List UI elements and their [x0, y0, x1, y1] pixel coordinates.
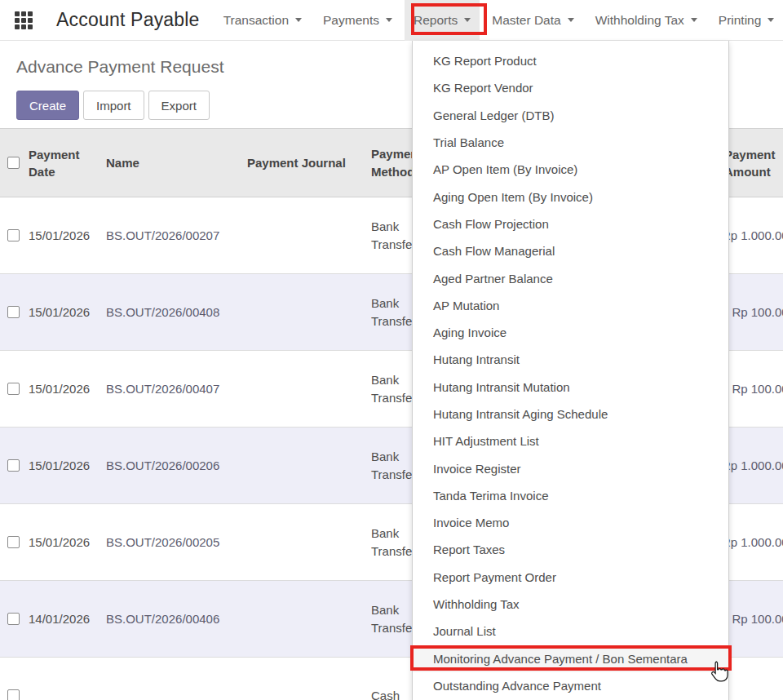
column-header-payment-date[interactable]: Payment Date — [27, 146, 106, 180]
nav-menu-item-label: Withholding Tax — [595, 13, 684, 28]
dropdown-item-label: Aging Invoice — [433, 326, 507, 339]
dropdown-item[interactable]: Monitoring Advance Payment / Bon Sementa… — [413, 645, 728, 672]
chevron-down-icon — [568, 18, 574, 22]
select-all-checkbox[interactable] — [7, 157, 20, 169]
dropdown-item[interactable]: Cash Flow Managerial — [413, 237, 728, 264]
payment-date-cell: 15/01/2026 — [27, 457, 106, 474]
dropdown-item[interactable]: Hutang Intransit Mutation — [413, 374, 728, 401]
dropdown-item-label: Aging Open Item (By Invoice) — [433, 190, 593, 204]
name-cell: BS.OUT/2026/00408 — [106, 303, 247, 321]
nav-menu-item-label: Reports — [414, 13, 458, 28]
dropdown-item[interactable]: Trial Balance — [413, 129, 728, 156]
payment-date-cell: 15/01/2026 — [27, 534, 106, 551]
name-cell: BS.OUT/2026/00205 — [106, 534, 247, 551]
dropdown-item[interactable]: KG Report Vendor — [413, 74, 728, 101]
dropdown-item[interactable]: Outstanding Advance Payment — [413, 672, 728, 699]
dropdown-item[interactable]: Withholding Tax — [413, 591, 728, 618]
row-checkbox[interactable] — [7, 459, 20, 472]
dropdown-item[interactable]: Cash Flow Projection — [413, 210, 728, 237]
dropdown-item-label: Outstanding Advance Payment — [433, 679, 601, 693]
name-cell: BS.OUT/2026/00407 — [106, 380, 247, 397]
dropdown-item[interactable]: Aged Partner Balance — [413, 264, 728, 291]
name-cell: BS.OUT/2026/00406 — [106, 610, 247, 627]
row-checkbox[interactable] — [7, 383, 20, 395]
dropdown-item[interactable]: Hutang Intransit Aging Schedule — [413, 401, 728, 428]
column-header-payment-journal[interactable]: Payment Journal — [247, 154, 371, 171]
dropdown-item-label: AP Open Item (By Invoice) — [433, 162, 577, 176]
dropdown-item-label: Withholding Tax — [433, 597, 520, 611]
dropdown-item-label: Tanda Terima Invoice — [433, 489, 548, 503]
dropdown-item[interactable]: AP Mutation — [413, 292, 728, 319]
payment-date-cell: 15/01/2026 — [27, 227, 106, 244]
dropdown-item-label: Invoice Memo — [433, 516, 509, 529]
column-header-name[interactable]: Name — [106, 154, 247, 171]
dropdown-item-label: AP Mutation — [433, 299, 499, 312]
dropdown-item[interactable]: Hutang Intransit — [413, 346, 728, 373]
chevron-down-icon — [768, 18, 774, 22]
dropdown-item-label: Journal List — [433, 624, 496, 638]
row-checkbox[interactable] — [7, 689, 20, 700]
dropdown-item[interactable]: AP Open Item (By Invoice) — [413, 156, 728, 183]
nav-menu-item[interactable]: Reports — [405, 0, 480, 41]
name-cell: BS.OUT/2026/00207 — [106, 227, 247, 244]
payment-date-cell: 15/01/2026 — [27, 303, 106, 321]
dropdown-item[interactable]: Report Taxes — [413, 536, 728, 563]
nav-menu-item[interactable]: Payments — [314, 0, 401, 41]
dropdown-item-label: Invoice Register — [433, 462, 521, 476]
dropdown-item[interactable]: KG Report Product — [413, 47, 728, 74]
dropdown-item-label: Hutang Intransit Mutation — [433, 380, 570, 394]
reports-dropdown-menu: KG Report Product KG Report Vendor Gener… — [412, 41, 729, 700]
apps-grid-icon[interactable] — [15, 11, 33, 29]
dropdown-item-label: Report Payment Order — [433, 570, 556, 584]
import-button[interactable]: Import — [83, 91, 144, 120]
dropdown-item[interactable]: HIT Adjustment List — [413, 428, 728, 454]
nav-menu: Transaction Payments Reports Master Data… — [213, 0, 783, 41]
row-checkbox[interactable] — [7, 229, 20, 241]
nav-menu-item[interactable]: Transaction — [215, 0, 311, 41]
top-navbar: Account Payable Transaction Payments Rep… — [0, 0, 783, 41]
dropdown-item-label: KG Report Product — [433, 54, 537, 68]
dropdown-item-label: Cash Flow Projection — [433, 217, 549, 231]
nav-menu-item-label: Transaction — [223, 13, 289, 28]
create-button[interactable]: Create — [16, 91, 79, 120]
row-checkbox[interactable] — [7, 536, 20, 548]
chevron-down-icon — [691, 18, 697, 22]
nav-menu-item[interactable]: Master Data — [483, 0, 582, 41]
dropdown-item-label: HIT Adjustment List — [433, 434, 539, 448]
dropdown-item[interactable]: Aging Invoice — [413, 319, 728, 346]
dropdown-item-label: Hutang Intransit — [433, 352, 520, 366]
dropdown-item-label: Hutang Intransit Aging Schedule — [433, 407, 608, 421]
dropdown-item[interactable]: Invoice Register — [413, 454, 728, 481]
dropdown-item-label: Trial Balance — [433, 135, 504, 149]
row-checkbox[interactable] — [7, 613, 20, 625]
nav-menu-item-label: Printing — [719, 13, 762, 28]
nav-menu-item-label: Payments — [323, 13, 379, 28]
dropdown-item[interactable]: Report Payment Order — [413, 564, 728, 591]
payment-date-cell: 14/01/2026 — [27, 610, 106, 627]
dropdown-item[interactable]: Journal List — [413, 618, 728, 645]
export-button[interactable]: Export — [148, 91, 210, 120]
dropdown-item-label: Cash Flow Managerial — [433, 244, 555, 258]
row-checkbox[interactable] — [7, 306, 20, 318]
dropdown-item-label: Report Taxes — [433, 543, 505, 556]
chevron-down-icon — [386, 18, 392, 22]
nav-menu-item[interactable]: Withholding Tax — [586, 0, 706, 41]
dropdown-item-label: General Ledger (DTB) — [433, 109, 554, 122]
dropdown-item-label: KG Report Vendor — [433, 81, 533, 95]
chevron-down-icon — [464, 18, 471, 22]
payment-date-cell: 15/01/2026 — [27, 380, 106, 397]
chevron-down-icon — [295, 18, 302, 22]
dropdown-item-label: Aged Partner Balance — [433, 272, 553, 286]
dropdown-item[interactable]: Aging Open Item (By Invoice) — [413, 183, 728, 210]
dropdown-item[interactable]: Invoice Memo — [413, 509, 728, 536]
dropdown-item-label: Monitoring Advance Payment / Bon Sementa… — [433, 652, 688, 666]
name-cell: BS.OUT/2026/00206 — [106, 457, 247, 474]
dropdown-item[interactable]: General Ledger (DTB) — [413, 102, 728, 129]
nav-menu-item[interactable]: Printing — [710, 0, 783, 41]
nav-menu-item-label: Master Data — [492, 13, 560, 28]
app-title: Account Payable — [56, 9, 200, 31]
dropdown-item[interactable]: Tanda Terima Invoice — [413, 482, 728, 509]
